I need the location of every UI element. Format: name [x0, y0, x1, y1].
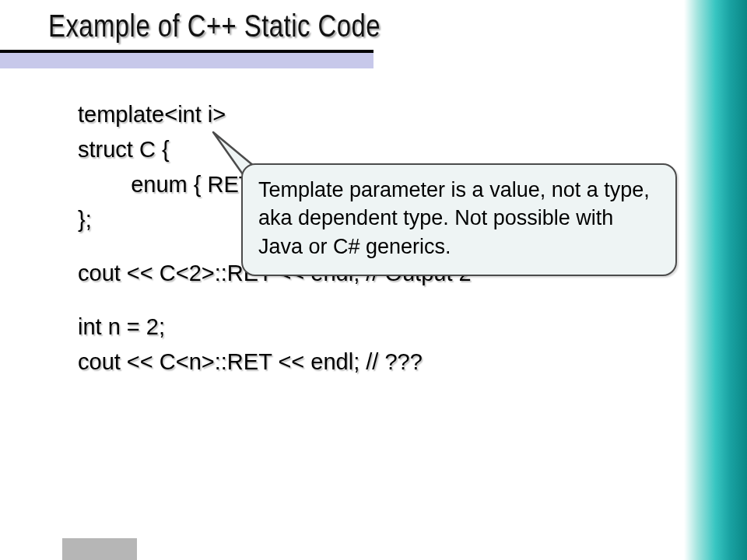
right-gradient-band: [677, 0, 747, 560]
slide: Example of C++ Static Code template<int …: [0, 0, 747, 560]
blank-line: [78, 291, 654, 310]
code-line: int n = 2;: [78, 310, 654, 345]
code-line: cout << C<n>::RET << endl; // ???: [78, 345, 654, 380]
footer-accent-bar: [62, 538, 137, 560]
underline-lavender: [0, 53, 374, 68]
callout-box: Template parameter is a value, not a typ…: [241, 163, 677, 276]
code-line: template<int i>: [78, 97, 654, 132]
callout-text: Template parameter is a value, not a typ…: [258, 178, 650, 258]
title-underline: [0, 50, 374, 68]
code-line: struct C {: [78, 132, 654, 167]
slide-title: Example of C++ Static Code: [48, 8, 381, 43]
